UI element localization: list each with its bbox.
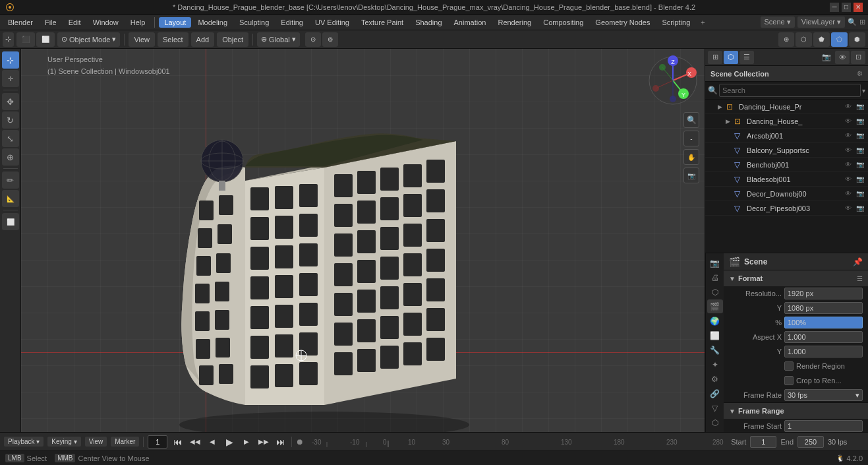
frame-range-header[interactable]: ▼ Frame Range — [724, 403, 868, 419]
item-visibility-btn[interactable]: 👁 — [843, 160, 854, 170]
timeline-ruler-area[interactable]: -30 -10 0 10 30 80 130 180 230 280 — [308, 435, 727, 449]
collection-item-dancing-house[interactable]: ▶ ⊡ Dancing_House_Pr 👁 📷 — [705, 100, 868, 114]
menu-window[interactable]: Window — [88, 17, 124, 28]
current-frame-display[interactable]: 1 — [148, 435, 167, 449]
menu-compositing[interactable]: Compositing — [538, 17, 589, 28]
next-keyframe-btn[interactable]: ▶▶ — [257, 435, 270, 449]
item-visibility-btn[interactable]: 👁 — [843, 102, 854, 112]
jump-start-btn[interactable]: ⏮ — [171, 435, 185, 449]
shading-solid-btn[interactable]: ⬟ — [813, 32, 830, 47]
item-visibility-btn[interactable]: 👁 — [843, 131, 854, 141]
camera-btn[interactable]: 📷 — [683, 168, 699, 183]
collection-item-balcony[interactable]: ▶ ▽ Balcony_Supportsc 👁 📷 — [705, 143, 868, 158]
scene-collection-options[interactable]: ⚙ — [857, 70, 863, 77]
move-tool[interactable]: ✥ — [2, 93, 19, 110]
menu-modeling[interactable]: Modeling — [192, 17, 233, 28]
collection-item-bench[interactable]: ▶ ▽ Benchobj001 👁 📷 — [705, 158, 868, 172]
particles-props-btn[interactable]: ✦ — [707, 357, 723, 371]
collection-item-decor-down[interactable]: ▶ ▽ Decor_Downobj00 👁 📷 — [705, 187, 868, 201]
aspect-x-value[interactable]: 1.000 — [784, 331, 863, 343]
view-layer-props-btn[interactable]: ⬡ — [707, 285, 723, 299]
view-menu-btn[interactable]: View — [129, 32, 155, 47]
marker-menu-btn[interactable]: Marker — [111, 437, 139, 447]
select-menu-btn[interactable]: Select — [158, 32, 188, 47]
menu-shading[interactable]: Shading — [410, 17, 447, 28]
shading-rendered-btn[interactable]: ⬢ — [849, 32, 865, 47]
collection-item-decor-pipes[interactable]: ▶ ▽ Decor_Pipesobj003 👁 📷 — [705, 201, 868, 216]
scene-props-btn[interactable]: 🎬 — [707, 299, 723, 313]
modifier-props-btn[interactable]: 🔧 — [707, 343, 723, 357]
data-props-btn[interactable]: ▽ — [707, 401, 723, 415]
menu-geometry-nodes[interactable]: Geometry Nodes — [590, 17, 655, 28]
add-workspace-button[interactable]: + — [697, 17, 709, 28]
shading-material-btn[interactable]: ⬠ — [831, 32, 848, 47]
snap-btn[interactable]: ⊙ — [305, 32, 321, 47]
cursor-tool[interactable]: ✛ — [2, 70, 19, 87]
menu-scripting[interactable]: Scripting — [657, 17, 696, 28]
item-render-btn[interactable]: 📷 — [855, 174, 865, 185]
menu-animation[interactable]: Animation — [449, 17, 492, 28]
object-props-btn[interactable]: ⬜ — [707, 328, 723, 342]
minimize-button[interactable]: ─ — [830, 3, 839, 12]
viewport-shading-btn[interactable]: ⊹ — [3, 32, 14, 47]
step-back-btn[interactable]: ◀ — [206, 435, 219, 449]
item-render-btn[interactable]: 📷 — [855, 203, 865, 214]
annotate-tool[interactable]: ✏ — [2, 171, 19, 189]
menu-uv-editing[interactable]: UV Editing — [310, 17, 355, 28]
format-section-header[interactable]: ▼ Format ☰ — [724, 270, 868, 286]
step-forward-btn[interactable]: ▶ — [240, 435, 253, 449]
add-primitive-tool[interactable]: ⬜ — [2, 213, 19, 230]
outliner-type-btn[interactable]: ⊞ — [708, 51, 722, 64]
pan-btn[interactable]: ✋ — [683, 149, 699, 165]
zoom-in-btn[interactable]: 🔍 — [683, 112, 699, 128]
menu-sculpting[interactable]: Sculpting — [234, 17, 274, 28]
resolution-x-value[interactable]: 1920 px — [784, 288, 863, 299]
item-visibility-btn[interactable]: 👁 — [843, 174, 854, 185]
item-visibility-btn[interactable]: 👁 — [843, 145, 854, 156]
select-box-tool[interactable]: ⊹ — [2, 51, 19, 69]
item-visibility-btn[interactable]: 👁 — [843, 203, 854, 214]
search-filter-icon[interactable]: ▾ — [862, 87, 865, 94]
maximize-button[interactable]: □ — [842, 3, 851, 12]
zoom-out-btn[interactable]: - — [683, 131, 699, 146]
menu-blender[interactable]: Blender — [3, 17, 38, 28]
view-menu-btn[interactable]: View — [85, 437, 107, 447]
physics-props-btn[interactable]: ⚙ — [707, 372, 723, 386]
frame-rate-dropdown[interactable]: 30 fps ▾ — [784, 389, 863, 401]
menu-rendering[interactable]: Rendering — [492, 17, 536, 28]
menu-editing[interactable]: Editing — [275, 17, 308, 28]
object-menu-btn[interactable]: Object — [217, 32, 248, 47]
search-icon[interactable]: 🔍 — [848, 18, 857, 26]
measure-tool[interactable]: 📐 — [2, 190, 19, 207]
xray-btn[interactable]: ⬡ — [796, 32, 812, 47]
navigation-gizmo[interactable]: X Y Z — [647, 54, 699, 107]
viewport[interactable]: User Perspective (1) Scene Collection | … — [21, 49, 705, 432]
menu-help[interactable]: Help — [125, 17, 151, 28]
menu-file[interactable]: File — [40, 17, 62, 28]
start-frame-value[interactable]: 1 — [750, 436, 776, 448]
outliner-scene-btn[interactable]: ⬡ — [724, 51, 738, 64]
item-visibility-btn[interactable]: 👁 — [843, 189, 854, 199]
mode-wire-btn[interactable]: ⬜ — [36, 32, 55, 47]
object-mode-dropdown[interactable]: ⊙ Object Mode ▾ — [57, 32, 120, 47]
editor-type-icon[interactable]: ⊞ — [859, 18, 865, 26]
jump-end-btn[interactable]: ⏭ — [274, 435, 287, 449]
output-props-btn[interactable]: 🖨 — [707, 270, 723, 284]
keying-menu-btn[interactable]: Keying ▾ — [47, 437, 80, 447]
resolution-percent-value[interactable]: 100% — [784, 317, 863, 328]
aspect-y-value[interactable]: 1.000 — [784, 346, 863, 357]
outliner-render-icon[interactable]: ⊡ — [851, 51, 865, 64]
render-props-btn[interactable]: 📷 — [707, 256, 723, 270]
item-render-btn[interactable]: 📷 — [855, 131, 865, 141]
proportional-btn[interactable]: ⊚ — [322, 32, 338, 47]
outliner-search-input[interactable] — [719, 84, 861, 97]
prev-keyframe-btn[interactable]: ◀◀ — [188, 435, 202, 449]
menu-layout[interactable]: Layout — [159, 17, 191, 28]
constraints-props-btn[interactable]: 🔗 — [707, 387, 723, 400]
add-menu-btn[interactable]: Add — [191, 32, 215, 47]
outliner-eye-icon[interactable]: 👁 — [835, 51, 850, 64]
item-render-btn[interactable]: 📷 — [855, 116, 865, 127]
pin-scene-btn[interactable]: 📌 — [853, 257, 863, 266]
material-props-btn[interactable]: ⬡ — [707, 416, 723, 429]
format-options-icon[interactable]: ☰ — [857, 275, 863, 282]
